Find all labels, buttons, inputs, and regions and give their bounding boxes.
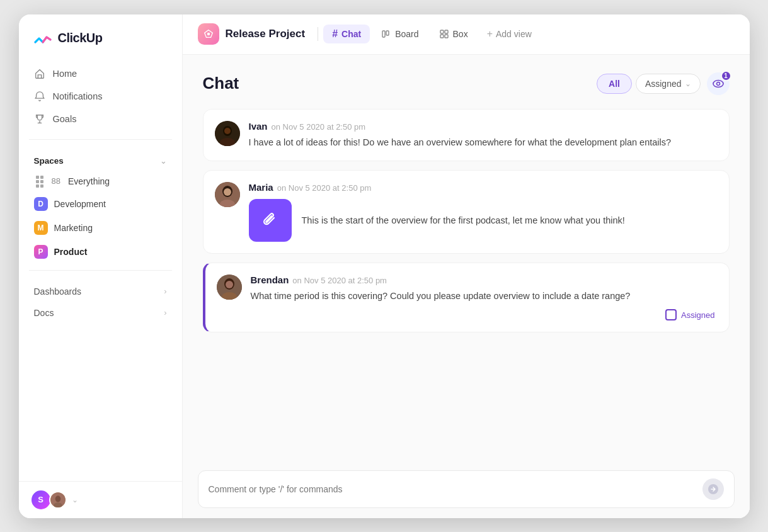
- box-icon: [439, 29, 449, 39]
- divider-1: [29, 139, 172, 140]
- svg-point-16: [224, 128, 231, 134]
- marketing-badge: M: [34, 221, 48, 235]
- svg-point-20: [224, 188, 231, 196]
- sidebar-item-home[interactable]: Home: [26, 62, 175, 85]
- sidebar-item-development[interactable]: D Development: [19, 192, 182, 216]
- docs-label: Docs: [34, 308, 54, 318]
- spaces-chevron-icon[interactable]: ⌄: [160, 156, 167, 166]
- sidebar-item-goals[interactable]: Goals: [26, 108, 175, 130]
- board-icon: [381, 29, 391, 39]
- logo-text: ClickUp: [58, 31, 103, 45]
- sidebar: ClickUp Home Notifications: [19, 14, 183, 518]
- grid-icon: [34, 176, 45, 187]
- attachment-icon[interactable]: [249, 199, 292, 242]
- brendan-avatar-icon: [217, 274, 242, 300]
- plus-icon: +: [487, 28, 493, 40]
- project-icon: [198, 23, 219, 45]
- tab-board-label: Board: [395, 29, 418, 39]
- chat-area: Chat All Assigned ⌄ 1: [183, 55, 750, 463]
- svg-rect-6: [386, 31, 389, 35]
- message-ivan: Ivan on Nov 5 2020 at 2:50 pm I have a l…: [203, 109, 730, 161]
- assigned-label: Assigned: [681, 310, 714, 320]
- sidebar-item-docs[interactable]: Docs ›: [26, 302, 175, 324]
- dashboards-chevron-icon: ›: [164, 286, 166, 296]
- chat-header-right: All Assigned ⌄ 1: [597, 72, 729, 95]
- sidebar-item-product[interactable]: P Product: [19, 240, 182, 264]
- message-brendan: Brendan on Nov 5 2020 at 2:50 pm What ti…: [203, 263, 730, 332]
- attachment-text-maria: This is the start of the overview for th…: [302, 213, 625, 227]
- sidebar-item-everything[interactable]: 88 Everything: [19, 171, 182, 192]
- send-icon: [708, 484, 719, 495]
- assigned-checkbox[interactable]: [665, 309, 677, 320]
- msg-author-brendan: Brendan: [251, 274, 289, 285]
- main-content: Release Project # Chat Board: [183, 14, 750, 518]
- add-view-label: Add view: [496, 29, 532, 39]
- svg-rect-10: [445, 35, 448, 38]
- svg-point-2: [54, 502, 62, 508]
- sidebar-item-notifications[interactable]: Notifications: [26, 85, 175, 108]
- home-icon: [34, 68, 45, 79]
- chat-title: Chat: [203, 74, 239, 93]
- sidebar-nav: Home Notifications Goals: [19, 60, 182, 133]
- comment-input[interactable]: [209, 484, 696, 494]
- tab-box[interactable]: Box: [430, 25, 477, 43]
- tab-box-label: Box: [453, 29, 468, 39]
- filter-assigned-label: Assigned: [645, 79, 682, 89]
- trophy-icon: [34, 113, 45, 125]
- tab-divider-1: [318, 27, 318, 41]
- tab-chat-label: Chat: [341, 29, 361, 39]
- tab-board[interactable]: Board: [372, 25, 427, 43]
- msg-content-maria: Maria on Nov 5 2020 at 2:50 pm This is t…: [249, 182, 715, 242]
- filter-assigned-button[interactable]: Assigned ⌄: [636, 74, 701, 94]
- svg-point-4: [207, 33, 210, 36]
- filter-all-button[interactable]: All: [597, 74, 632, 94]
- footer-chevron-icon[interactable]: ⌄: [72, 495, 78, 504]
- comment-send-button[interactable]: [702, 478, 724, 500]
- msg-text-brendan: What time period is this covering? Could…: [251, 289, 715, 303]
- msg-author-maria: Maria: [249, 182, 273, 193]
- sidebar-footer: S ⌄: [19, 481, 182, 518]
- svg-point-11: [713, 80, 723, 87]
- filter-chevron-icon: ⌄: [685, 79, 691, 88]
- svg-rect-5: [382, 31, 385, 37]
- clickup-logo-icon: [33, 28, 53, 48]
- product-badge: P: [34, 245, 48, 259]
- development-badge: D: [34, 197, 48, 211]
- avatar-face-icon: [50, 491, 66, 509]
- sidebar-sections: Dashboards › Docs ›: [19, 277, 182, 327]
- spaces-header: Spaces ⌄: [19, 146, 182, 171]
- user-avatar-secondary[interactable]: [49, 491, 67, 509]
- assigned-badge: Assigned: [251, 309, 715, 320]
- topbar: Release Project # Chat Board: [183, 14, 750, 55]
- notification-badge: 1: [721, 71, 731, 81]
- tab-chat[interactable]: # Chat: [323, 25, 370, 43]
- docs-chevron-icon: ›: [164, 308, 166, 317]
- sidebar-item-dashboards[interactable]: Dashboards ›: [26, 281, 175, 302]
- app-container: ClickUp Home Notifications: [19, 14, 750, 518]
- msg-meta-ivan: Ivan on Nov 5 2020 at 2:50 pm: [249, 121, 715, 132]
- sidebar-item-marketing[interactable]: M Marketing: [19, 216, 182, 240]
- ivan-avatar-icon: [215, 121, 240, 146]
- marketing-label: Marketing: [54, 223, 93, 233]
- divider-2: [29, 270, 172, 271]
- user-avatar-s[interactable]: S: [32, 490, 50, 509]
- svg-point-1: [55, 495, 60, 502]
- svg-rect-7: [440, 30, 444, 33]
- maria-avatar-icon: [215, 182, 240, 207]
- chat-filters: All Assigned ⌄: [597, 74, 700, 94]
- avatar-maria: [215, 182, 240, 207]
- notification-watch-button[interactable]: 1: [707, 72, 730, 95]
- user-initial: S: [38, 495, 43, 504]
- svg-point-24: [226, 281, 233, 288]
- msg-meta-maria: Maria on Nov 5 2020 at 2:50 pm: [249, 182, 715, 193]
- notifications-label: Notifications: [53, 91, 103, 101]
- msg-time-brendan: on Nov 5 2020 at 2:50 pm: [292, 276, 387, 285]
- msg-meta-brendan: Brendan on Nov 5 2020 at 2:50 pm: [251, 274, 715, 285]
- chat-header: Chat All Assigned ⌄ 1: [203, 72, 730, 95]
- avatar-brendan: [217, 274, 242, 300]
- add-view-button[interactable]: + Add view: [479, 25, 539, 43]
- svg-rect-8: [445, 30, 448, 33]
- paperclip-icon: [260, 210, 280, 230]
- msg-content-ivan: Ivan on Nov 5 2020 at 2:50 pm I have a l…: [249, 121, 715, 149]
- msg-time-maria: on Nov 5 2020 at 2:50 pm: [277, 183, 372, 193]
